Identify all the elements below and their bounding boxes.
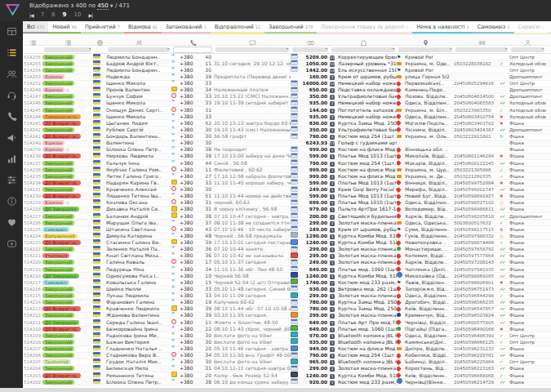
ttn-number[interactable]: 20450597208143: [454, 259, 500, 265]
phone-number[interactable]: +380: [180, 312, 201, 318]
sidebar-item-partners[interactable]: [0, 212, 23, 234]
phone-number[interactable]: +380: [180, 93, 201, 100]
last-page-button[interactable]: ▶|: [88, 12, 92, 18]
ttn-number[interactable]: 20450598691927: [454, 193, 500, 199]
tab-завершений[interactable]: Завершений278: [264, 21, 317, 33]
phone-number[interactable]: +380: [180, 160, 201, 167]
id-column-header[interactable]: [23, 34, 42, 50]
page-number-9[interactable]: 9: [63, 11, 67, 18]
phone-number[interactable]: +380: [180, 120, 201, 127]
phone-number[interactable]: +380: [180, 239, 201, 246]
phone-number[interactable]: +380: [180, 180, 201, 186]
tab-новий[interactable]: Новий48: [48, 21, 81, 33]
tab-в-дорозі-додому[interactable]: В дорозі додому0: [548, 21, 551, 33]
phone-number[interactable]: +380: [180, 213, 201, 220]
ttn-number[interactable]: 20450597577864: [454, 252, 500, 259]
ttn-filter-select[interactable]: [455, 47, 508, 52]
ttn-number[interactable]: 20450596666125: [454, 339, 500, 345]
phone-number[interactable]: +380: [180, 266, 201, 273]
phone-number[interactable]: +380: [180, 146, 201, 153]
page-number-10[interactable]: 10: [73, 11, 81, 18]
phone-number[interactable]: +380: [180, 286, 201, 292]
phone-number[interactable]: +380: [180, 299, 201, 305]
delivery-filter-select[interactable]: [398, 47, 452, 52]
page-number-7[interactable]: 7: [41, 11, 44, 18]
tab-самовивіз[interactable]: Самовивіз2: [473, 21, 514, 33]
ttn-number[interactable]: 20450601146299: [454, 153, 500, 159]
ttn-number[interactable]: 20450596503924: [454, 312, 500, 318]
tab-відмова[interactable]: Відмова42: [124, 21, 162, 33]
ttn-number[interactable]: 20450597658792: [454, 246, 500, 252]
ttn-number[interactable]: 20450596223163: [454, 365, 500, 372]
phone-number[interactable]: +380: [180, 365, 201, 372]
ttn-number[interactable]: 20450598874486: [454, 239, 500, 246]
ttn-number[interactable]: 20450597988332: [454, 233, 500, 239]
sidebar-item-marketing[interactable]: [0, 127, 23, 149]
records-shown-to[interactable]: 450: [97, 2, 108, 10]
phone-number[interactable]: +380: [180, 379, 201, 385]
ttn-number[interactable]: 20450596547857: [454, 305, 500, 312]
sidebar-item-calls[interactable]: [0, 106, 23, 127]
tab-прийнятий[interactable]: Прийнятий7: [81, 21, 124, 33]
first-page-button[interactable]: |◀: [29, 12, 33, 18]
ttn-number[interactable]: 20450599201747: [454, 186, 500, 193]
ttn-number[interactable]: 20450603414387: [454, 127, 500, 133]
payment-filter-select[interactable]: [292, 47, 328, 52]
phone-number[interactable]: +380: [180, 193, 201, 199]
phone-number[interactable]: +380: [180, 319, 201, 326]
phone-number[interactable]: +380: [180, 359, 201, 365]
phone-number[interactable]: +380: [180, 332, 201, 339]
ttn-number[interactable]: 20450598117515: [454, 226, 500, 233]
phone-number[interactable]: +380: [180, 339, 201, 345]
tab-відправлений[interactable]: Відправлений12: [211, 21, 264, 33]
phone-number[interactable]: +380: [180, 372, 201, 379]
sidebar-item-orders[interactable]: [0, 42, 23, 64]
phone-number[interactable]: +380: [180, 173, 201, 180]
country-column-header[interactable]: [93, 34, 106, 50]
phone-number[interactable]: +380: [180, 140, 201, 146]
phone-number[interactable]: +380: [180, 305, 201, 312]
app-logo-icon[interactable]: [6, 3, 20, 16]
ttn-number[interactable]: 20450598986611: [454, 206, 500, 212]
ttn-number[interactable]: 20450596668068: [454, 372, 500, 379]
phone-number[interactable]: +380: [180, 259, 201, 265]
phone-number[interactable]: +380: [180, 87, 201, 93]
phone-number[interactable]: +380: [180, 345, 201, 352]
ttn-number[interactable]: 20450596486390: [454, 332, 500, 339]
phone-number[interactable]: +380: [180, 233, 201, 239]
product-filter-select[interactable]: [331, 47, 395, 52]
sidebar-item-info[interactable]: [0, 191, 23, 212]
ttn-number[interactable]: 0503222911801: [454, 133, 500, 140]
phone-number[interactable]: +380: [180, 133, 201, 140]
phone-number[interactable]: +380: [180, 279, 201, 286]
ttn-number[interactable]: 20450600122245: [454, 160, 500, 167]
ttn-number[interactable]: 0503221260335: [454, 173, 500, 180]
ttn-number[interactable]: 20450596225864: [454, 359, 500, 365]
ttn-number[interactable]: 0503223983350: [454, 107, 500, 114]
sidebar-item-support[interactable]: [0, 85, 23, 106]
ttn-number[interactable]: 20450598869265: [454, 273, 500, 279]
phone-number[interactable]: +380: [180, 199, 201, 206]
ttn-number[interactable]: 20450604614500: [454, 93, 500, 100]
phone-number[interactable]: +380: [180, 352, 201, 359]
comment-filter-select[interactable]: [216, 47, 289, 52]
ttn-number[interactable]: 20450596751973: [454, 286, 500, 292]
phone-number[interactable]: +380: [180, 206, 201, 212]
sidebar-item-dashboard[interactable]: [0, 21, 23, 42]
source-filter-select[interactable]: [511, 47, 544, 52]
ttn-number[interactable]: 20450597041035: [454, 266, 500, 273]
phone-number[interactable]: +380: [180, 292, 201, 299]
phone-number[interactable]: +380: [180, 186, 201, 193]
phone-number[interactable]: +380: [180, 252, 201, 259]
phone-number[interactable]: +380: [180, 114, 201, 120]
tab-запакований[interactable]: Запакований1: [162, 21, 211, 33]
ttn-number[interactable]: 0503221305886: [454, 167, 500, 173]
tab-сервіси[interactable]: Сервіси0: [514, 21, 548, 33]
ttn-number[interactable]: 20450596566235: [454, 299, 500, 305]
sidebar-item-settings[interactable]: [0, 170, 23, 191]
ttn-number[interactable]: 20450598527102: [454, 199, 500, 206]
ttn-number[interactable]: 20450599752884: [454, 180, 500, 186]
phone-number[interactable]: +380: [180, 74, 201, 80]
sidebar-item-tutorials[interactable]: [0, 234, 23, 255]
page-number-8[interactable]: 8: [51, 11, 55, 18]
